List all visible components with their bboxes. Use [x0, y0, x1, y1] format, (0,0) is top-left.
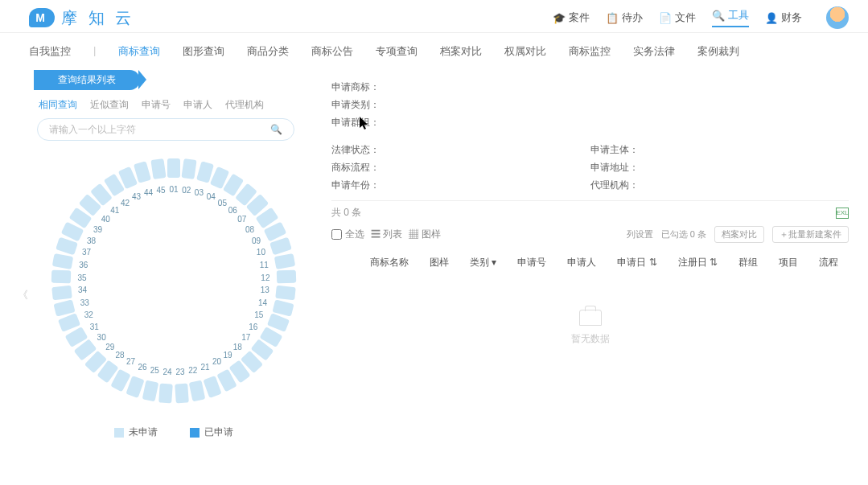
- select-all-checkbox[interactable]: 全选: [331, 228, 364, 241]
- th-appdate[interactable]: 申请日 ⇅: [617, 256, 656, 269]
- class-slot[interactable]: [150, 158, 166, 179]
- briefcase-icon: 🎓: [553, 12, 566, 24]
- field-legal-status: 法律状态：: [331, 141, 590, 158]
- collapse-chevron-icon[interactable]: 《: [18, 288, 28, 302]
- class-slot[interactable]: [175, 383, 189, 403]
- checked-count: 已勾选 0 条: [661, 228, 706, 240]
- th-appno[interactable]: 申请号: [517, 256, 546, 269]
- th-class[interactable]: 类别 ▾: [470, 256, 496, 269]
- subnav-classify[interactable]: 商品分类: [247, 44, 289, 59]
- subnav-archive[interactable]: 档案对比: [440, 44, 482, 59]
- logo-text: 摩 知 云: [61, 7, 134, 29]
- class-number[interactable]: 22: [186, 364, 200, 378]
- nav-todo[interactable]: 📋待办: [606, 10, 643, 25]
- avatar[interactable]: [826, 6, 849, 29]
- export-excel-icon[interactable]: EXL: [836, 208, 849, 219]
- th-applicant[interactable]: 申请人: [567, 256, 596, 269]
- clipboard-icon: 📋: [606, 12, 619, 24]
- class-number[interactable]: 34: [76, 283, 90, 298]
- class-number[interactable]: 36: [76, 257, 91, 272]
- class-slot[interactable]: [167, 158, 180, 178]
- tab-agency[interactable]: 代理机构: [225, 98, 264, 112]
- field-agency: 代理机构：: [590, 176, 849, 194]
- empty-icon: [579, 310, 602, 326]
- subnav-law[interactable]: 实务法律: [633, 44, 675, 59]
- class-number[interactable]: 45: [154, 183, 168, 197]
- th-process[interactable]: 流程: [819, 256, 838, 269]
- nav-finance[interactable]: 👤财务: [765, 10, 802, 25]
- class-slot[interactable]: [134, 162, 151, 183]
- subnav-self-monitor[interactable]: 自我监控: [29, 44, 71, 59]
- field-tm-process: 商标流程：: [331, 158, 590, 176]
- document-icon: 📄: [659, 12, 672, 24]
- class-slot[interactable]: [142, 380, 159, 402]
- sample-view-toggle[interactable]: ▦ 图样: [409, 228, 440, 241]
- nav-files[interactable]: 📄文件: [659, 10, 696, 25]
- class-number[interactable]: 23: [173, 365, 187, 380]
- logo-icon: [29, 8, 55, 27]
- field-apply-class: 申请类别：: [331, 96, 849, 113]
- th-name[interactable]: 商标名称: [370, 256, 409, 269]
- class-wheel: 0102030405060708091011121314151617181920…: [53, 160, 294, 401]
- search-icon: 🔍: [712, 10, 725, 22]
- subnav-trademark-query[interactable]: 商标查询: [118, 44, 160, 59]
- class-number[interactable]: 24: [160, 365, 175, 380]
- subnav-announce[interactable]: 商标公告: [311, 44, 353, 59]
- class-number[interactable]: 33: [77, 296, 92, 310]
- class-slot[interactable]: [51, 270, 72, 284]
- class-slot[interactable]: [277, 270, 297, 284]
- tab-same[interactable]: 相同查询: [39, 98, 77, 112]
- class-slot[interactable]: [182, 158, 197, 179]
- legend-unapplied: 未申请: [114, 425, 158, 439]
- result-count: 共 0 条: [331, 206, 361, 220]
- field-apply-subject: 申请主体：: [590, 141, 849, 158]
- compare-button[interactable]: 档案对比: [714, 226, 764, 243]
- class-slot[interactable]: [189, 380, 206, 402]
- search-box[interactable]: 🔍: [37, 118, 294, 141]
- class-slot[interactable]: [52, 253, 73, 269]
- subnav-special[interactable]: 专项查询: [376, 44, 418, 59]
- field-apply-addr: 申请地址：: [590, 158, 849, 176]
- legend: 未申请 已申请: [29, 425, 319, 439]
- class-slot[interactable]: [275, 285, 296, 299]
- nav-cases[interactable]: 🎓案件: [553, 10, 590, 25]
- person-icon: 👤: [765, 12, 778, 24]
- table-header: 商标名称 图样 类别 ▾ 申请号 申请人 申请日 ⇅ 注册日 ⇅ 群组 项目 流…: [331, 256, 849, 269]
- field-apply-mark: 申请商标：: [331, 78, 849, 96]
- subnav-judgment[interactable]: 案例裁判: [697, 44, 739, 59]
- field-apply-year: 申请年份：: [331, 176, 590, 194]
- empty-state: 暂无数据: [331, 310, 849, 346]
- search-input[interactable]: [49, 124, 270, 135]
- legend-applied: 已申请: [190, 425, 233, 439]
- top-nav: 🎓案件 📋待办 📄文件 🔍工具 👤财务: [553, 6, 849, 29]
- th-project[interactable]: 项目: [779, 256, 798, 269]
- tab-applicant[interactable]: 申请人: [183, 98, 212, 112]
- sub-nav: 自我监控 | 商标查询 图形查询 商品分类 商标公告 专项查询 档案对比 权属对…: [0, 33, 868, 70]
- subnav-rights[interactable]: 权属对比: [504, 44, 546, 59]
- search-icon[interactable]: 🔍: [270, 124, 282, 135]
- subnav-graphic-query[interactable]: 图形查询: [183, 44, 224, 59]
- tab-approx[interactable]: 近似查询: [90, 98, 129, 112]
- th-sample[interactable]: 图样: [430, 256, 449, 269]
- ribbon-title: 查询结果列表: [34, 70, 140, 90]
- class-slot[interactable]: [51, 285, 72, 299]
- column-settings[interactable]: 列设置: [627, 228, 653, 240]
- th-regdate[interactable]: 注册日 ⇅: [678, 256, 718, 269]
- app-logo: 摩 知 云: [29, 7, 134, 29]
- th-group[interactable]: 群组: [738, 256, 758, 269]
- class-slot[interactable]: [158, 383, 173, 403]
- nav-tools[interactable]: 🔍工具: [712, 8, 749, 27]
- class-number[interactable]: 35: [75, 270, 89, 285]
- tab-appno[interactable]: 申请号: [142, 98, 171, 112]
- list-view-toggle[interactable]: ☰ 列表: [371, 228, 402, 241]
- subnav-monitor[interactable]: 商标监控: [569, 44, 611, 59]
- class-slot[interactable]: [274, 253, 295, 269]
- field-apply-group: 申请群组：: [331, 113, 849, 131]
- bulk-new-button[interactable]: ＋批量新建案件: [772, 226, 849, 243]
- query-tabs: 相同查询 近似查询 申请号 申请人 代理机构: [39, 98, 319, 112]
